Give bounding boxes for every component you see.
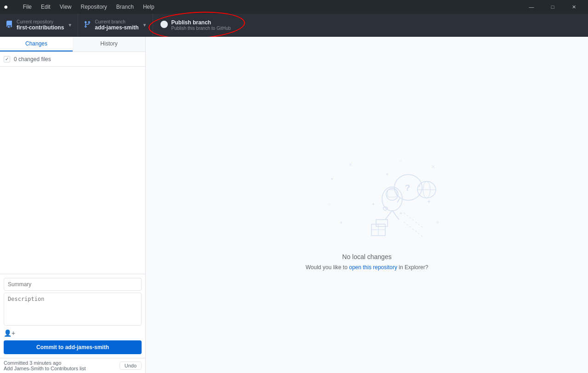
changed-files-row: ✓ 0 changed files (0, 52, 145, 67)
no-changes-text: No local changes (342, 253, 391, 260)
status-message: Committed 3 minutes ago Add James-Smith … (4, 360, 86, 371)
sidebar-tabs: Changes History (0, 37, 145, 52)
svg-line-14 (397, 198, 400, 203)
publish-icon (160, 21, 168, 30)
menu-repository[interactable]: Repository (77, 3, 111, 11)
maximize-button[interactable]: □ (542, 0, 563, 14)
svg-text:○: ○ (399, 158, 402, 163)
open-repo-suffix: in Explorer? (399, 264, 428, 271)
main-content: × ○ × ✦ ✦ ✦ ○ ✦ ✦ ✦ + ✦ ? (146, 37, 588, 373)
repo-icon (6, 21, 13, 30)
tab-changes[interactable]: Changes (0, 37, 73, 51)
current-repo-label: Current repository (17, 19, 64, 24)
svg-line-22 (392, 210, 399, 220)
close-button[interactable]: ✕ (563, 0, 584, 14)
svg-line-28 (404, 222, 424, 238)
menu-help[interactable]: Help (139, 3, 158, 11)
svg-text:×: × (431, 163, 435, 170)
undo-button[interactable]: Undo (120, 362, 142, 370)
title-bar: ● File Edit View Repository Branch Help … (0, 0, 588, 14)
current-branch-section[interactable]: Current branch add-james-smith ▼ (78, 14, 153, 36)
svg-text:?: ? (405, 183, 410, 192)
svg-text:+: + (436, 218, 440, 226)
current-repo-section[interactable]: Current repository first-contributions ▼ (0, 14, 78, 36)
svg-text:○: ○ (328, 202, 331, 207)
open-repo-link[interactable]: open this repository (349, 264, 397, 271)
svg-line-21 (385, 210, 392, 220)
repo-chevron-icon: ▼ (68, 23, 72, 28)
svg-text:✦: ✦ (385, 172, 389, 177)
publish-branch-label: Publish branch (171, 19, 231, 26)
empty-state: × ○ × ✦ ✦ ✦ ○ ✦ ✦ ✦ + ✦ ? (293, 139, 440, 271)
menu-branch[interactable]: Branch (113, 3, 137, 11)
changed-files-count: 0 changed files (14, 56, 51, 62)
select-all-checkbox[interactable]: ✓ (4, 56, 10, 62)
sidebar: Changes History ✓ 0 changed files 👤+ Com… (0, 37, 146, 373)
svg-rect-24 (376, 220, 388, 226)
summary-input[interactable] (4, 278, 142, 291)
svg-text:✦: ✦ (427, 198, 431, 205)
menu-view[interactable]: View (56, 3, 75, 11)
main-layout: Changes History ✓ 0 changed files 👤+ Com… (0, 37, 588, 373)
publish-branch-sub: Publish this branch to GitHub (171, 26, 231, 31)
current-repo-name: first-contributions (17, 24, 64, 31)
no-changes-sub: Would you like to open this repository i… (306, 264, 428, 271)
window-controls: ― □ ✕ (521, 0, 584, 14)
svg-text:✦: ✦ (399, 211, 403, 216)
svg-text:✦: ✦ (339, 220, 343, 225)
current-branch-label: Current branch (95, 19, 138, 24)
svg-rect-20 (388, 190, 397, 197)
publish-branch-button[interactable]: Publish branch Publish this branch to Gi… (153, 14, 239, 36)
svg-line-27 (404, 213, 424, 229)
status-bar: Committed 3 minutes ago Add James-Smith … (0, 358, 145, 373)
sidebar-spacer (0, 67, 145, 274)
no-changes-illustration: × ○ × ✦ ✦ ✦ ○ ✦ ✦ ✦ + ✦ ? (293, 139, 440, 249)
branch-chevron-icon: ▼ (143, 23, 147, 28)
description-textarea[interactable] (4, 293, 142, 326)
minimize-button[interactable]: ― (521, 0, 542, 14)
branch-icon (84, 21, 91, 30)
menu-file[interactable]: File (19, 3, 35, 11)
menu-edit[interactable]: Edit (37, 3, 54, 11)
toolbar: Current repository first-contributions ▼… (0, 14, 588, 37)
commit-author-row: 👤+ (4, 328, 142, 339)
commit-form: 👤+ Commit to add-james-smith (0, 274, 145, 358)
current-branch-name: add-james-smith (95, 24, 138, 31)
svg-text:✦: ✦ (371, 202, 375, 207)
svg-text:✦: ✦ (330, 176, 334, 181)
menu-bar: File Edit View Repository Branch Help (19, 3, 158, 11)
svg-text:×: × (348, 161, 352, 168)
committed-message: Committed 3 minutes ago (4, 360, 86, 366)
commit-description: Add James-Smith to Contributors list (4, 366, 86, 371)
github-logo-icon: ● (4, 3, 8, 11)
author-icon: 👤+ (4, 329, 15, 337)
commit-button[interactable]: Commit to add-james-smith (4, 340, 142, 354)
tab-history[interactable]: History (73, 37, 145, 51)
open-repo-text: Would you like to (306, 264, 348, 271)
